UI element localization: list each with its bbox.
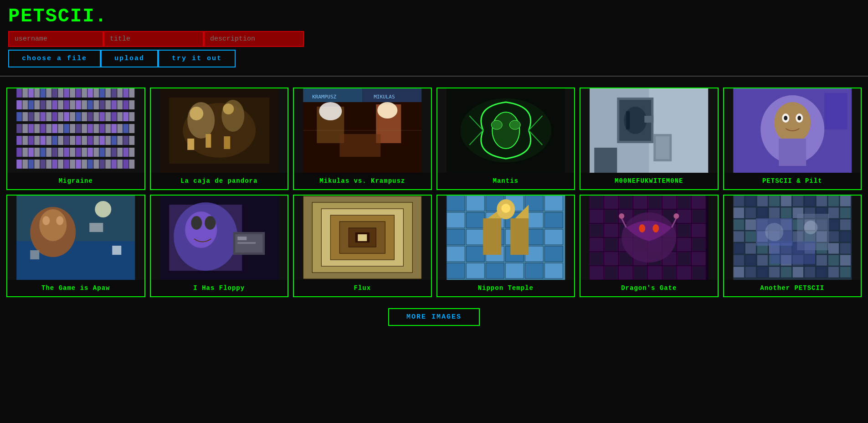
svg-rect-223	[466, 212, 484, 228]
card-image-mikulas: KRAMPUSZ MIKULAS	[294, 88, 431, 173]
svg-rect-63	[64, 124, 69, 133]
svg-rect-33	[40, 112, 46, 121]
svg-rect-50	[58, 124, 63, 133]
svg-rect-226	[466, 263, 484, 279]
title-input[interactable]	[103, 31, 204, 47]
svg-rect-320	[745, 255, 756, 266]
svg-rect-127	[123, 88, 128, 98]
svg-rect-315	[745, 196, 756, 206]
svg-rect-28	[34, 160, 40, 169]
card-image-flux	[294, 196, 431, 280]
svg-rect-245	[544, 246, 563, 262]
svg-rect-101	[99, 100, 105, 109]
svg-text:MIKULAS: MIKULAS	[374, 94, 395, 100]
more-images-button[interactable]: MORE IMAGES	[388, 308, 480, 326]
svg-rect-126	[117, 160, 123, 169]
svg-rect-40	[46, 148, 51, 157]
svg-rect-329	[769, 196, 780, 206]
try-it-out-button[interactable]: try it out	[158, 50, 236, 67]
svg-rect-5	[16, 112, 22, 121]
svg-rect-39	[40, 148, 46, 157]
svg-rect-31	[40, 100, 46, 109]
svg-rect-60	[70, 100, 75, 109]
svg-rect-219	[447, 229, 465, 245]
svg-point-179	[774, 102, 811, 143]
svg-rect-291	[677, 210, 691, 223]
svg-rect-116	[117, 100, 123, 109]
svg-rect-366	[828, 219, 839, 230]
svg-rect-336	[781, 196, 791, 206]
choose-file-button[interactable]: choose a file	[8, 50, 101, 67]
svg-rect-47	[52, 112, 57, 121]
svg-rect-343	[792, 196, 803, 206]
gallery-card-dragon[interactable]: Dragon's Gate	[580, 195, 719, 297]
svg-rect-93	[87, 136, 93, 145]
svg-rect-147	[205, 134, 211, 148]
svg-rect-11	[16, 148, 22, 157]
svg-rect-36	[46, 124, 51, 133]
svg-rect-54	[58, 148, 63, 157]
gallery-card-floppy[interactable]: I Has Floppy	[150, 195, 289, 297]
svg-rect-43	[52, 88, 57, 98]
svg-rect-76	[82, 112, 87, 121]
card-title-migraine: Migraine	[56, 173, 96, 189]
svg-rect-290	[677, 196, 691, 209]
svg-rect-195	[30, 250, 39, 259]
svg-rect-184	[779, 139, 806, 166]
gallery-card-apaw[interactable]: The Game is Apaw	[6, 195, 145, 297]
svg-rect-362	[816, 255, 827, 266]
gallery-card-mantis[interactable]: Mantis	[437, 88, 575, 190]
svg-rect-133	[123, 124, 128, 133]
gallery-card-pilt[interactable]: PETSCII & Pilt	[723, 88, 862, 190]
svg-point-190	[39, 209, 67, 241]
svg-rect-139	[123, 160, 128, 169]
svg-text:KRAMPUSZ: KRAMPUSZ	[312, 94, 336, 100]
svg-rect-271	[619, 266, 632, 279]
svg-rect-222	[466, 196, 484, 211]
svg-rect-298	[692, 224, 705, 237]
svg-rect-318	[745, 231, 756, 242]
svg-rect-32	[46, 100, 51, 109]
svg-rect-129	[123, 100, 128, 109]
svg-rect-316	[745, 207, 756, 218]
svg-rect-374	[840, 231, 851, 242]
svg-rect-15	[28, 88, 34, 98]
svg-point-201	[191, 216, 202, 230]
svg-rect-313	[733, 255, 744, 266]
svg-rect-117	[111, 112, 117, 121]
username-input[interactable]	[8, 31, 103, 47]
svg-rect-299	[692, 238, 705, 251]
gallery-card-nippon[interactable]: Nippon Temple	[437, 195, 575, 297]
card-title-anotherpetscii: Another PETSCII	[757, 280, 827, 296]
description-input[interactable]	[204, 31, 304, 47]
svg-rect-293	[677, 238, 691, 251]
svg-rect-328	[757, 267, 768, 278]
card-title-apaw: The Game is Apaw	[39, 280, 113, 296]
svg-rect-254	[590, 196, 603, 209]
svg-rect-309	[733, 207, 744, 218]
svg-rect-365	[828, 207, 839, 218]
upload-button[interactable]: upload	[101, 50, 158, 67]
svg-rect-88	[93, 100, 99, 109]
svg-rect-115	[111, 100, 117, 109]
card-image-moonefuk	[580, 88, 718, 173]
svg-rect-6	[22, 112, 28, 121]
gallery-card-mikulas[interactable]: KRAMPUSZ MIKULAS Mikulas vs. Krampusz	[293, 88, 432, 190]
svg-rect-2	[22, 88, 28, 98]
svg-rect-22	[34, 124, 40, 133]
gallery-card-anotherpetscii[interactable]: Another PETSCII	[723, 195, 862, 297]
svg-rect-263	[604, 238, 618, 251]
svg-rect-175	[656, 136, 669, 159]
gallery-card-flux[interactable]: Flux	[293, 195, 432, 297]
header-bar	[0, 31, 868, 47]
gallery-card-moonefuk[interactable]: M00NEFUKWITEM0NE	[580, 88, 719, 190]
svg-rect-64	[70, 124, 75, 133]
svg-rect-108	[105, 136, 111, 145]
svg-rect-367	[828, 231, 839, 242]
svg-rect-1	[16, 88, 22, 98]
svg-rect-44	[58, 88, 63, 98]
svg-rect-48	[58, 112, 63, 121]
gallery-card-migraine[interactable]: Migraine	[6, 88, 145, 190]
gallery-card-pandora[interactable]: La caja de pandora	[150, 88, 289, 190]
svg-rect-317	[745, 219, 756, 230]
